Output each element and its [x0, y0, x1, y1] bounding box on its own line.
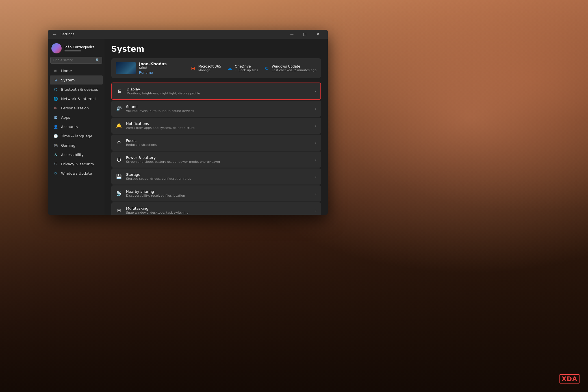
user-name: João Carrasqueira — [64, 45, 95, 49]
storage-title: Storage — [126, 172, 311, 177]
sound-icon: 🔊 — [116, 106, 122, 112]
network-icon: 🌐 — [53, 96, 58, 101]
power-desc: Screen and sleep, battery usage, power m… — [126, 160, 311, 164]
settings-item-power[interactable]: ⏻ Power & battery Screen and sleep, batt… — [111, 151, 321, 168]
bluetooth-icon: ⬡ — [53, 87, 58, 92]
sidebar-item-label-home: Home — [61, 69, 72, 73]
avatar-image — [51, 43, 62, 53]
display-desc: Monitors, brightness, night light, displ… — [127, 92, 311, 95]
sidebar-item-time[interactable]: 🕐 Time & language — [50, 131, 103, 140]
nearby-title: Nearby sharing — [126, 189, 311, 194]
sidebar-item-privacy[interactable]: 🛡 Privacy & security — [50, 159, 103, 168]
notifications-desc: Alerts from apps and system, do not dist… — [126, 126, 311, 130]
notifications-info: Notifications Alerts from apps and syste… — [126, 122, 311, 130]
back-button[interactable]: ← — [51, 31, 58, 38]
time-icon: 🕐 — [53, 133, 58, 138]
notifications-title: Notifications — [126, 122, 311, 126]
sidebar: João Carrasqueira 🔍 ⊞ Home 🖥 System — [48, 39, 105, 215]
display-icon: 🖥 — [116, 88, 123, 94]
sound-title: Sound — [126, 105, 311, 109]
focus-icon: ⊙ — [116, 140, 122, 146]
close-button[interactable]: ✕ — [311, 30, 324, 39]
settings-item-multitasking[interactable]: ⊟ Multitasking Snap windows, desktops, t… — [111, 202, 321, 215]
notifications-arrow-icon: › — [315, 124, 316, 128]
service-winupdate[interactable]: ↻ Windows Update Last checked: 2 minutes… — [264, 64, 316, 72]
device-card: Joao-Khadas Mind Rename ⊞ Microsoft 365 … — [111, 58, 321, 78]
personalization-icon: ✏ — [53, 105, 58, 111]
gaming-icon: 🎮 — [53, 143, 58, 148]
sidebar-item-update[interactable]: ↻ Windows Update — [50, 169, 103, 178]
settings-item-sound[interactable]: 🔊 Sound Volume levels, output, input, so… — [111, 101, 321, 117]
notifications-icon: 🔔 — [116, 123, 122, 129]
nearby-icon: 📡 — [116, 190, 122, 197]
sidebar-item-apps[interactable]: ⊡ Apps — [50, 113, 103, 122]
display-title: Display — [127, 87, 311, 91]
focus-desc: Reduce distractions — [126, 143, 311, 147]
settings-item-display[interactable]: 🖥 Display Monitors, brightness, night li… — [111, 83, 321, 100]
sidebar-item-accessibility[interactable]: ♿ Accessibility — [50, 150, 103, 159]
privacy-icon: 🛡 — [53, 161, 58, 166]
avatar[interactable] — [51, 43, 62, 53]
sidebar-item-home[interactable]: ⊞ Home — [50, 66, 103, 75]
sidebar-item-personalization[interactable]: ✏ Personalization — [50, 103, 103, 112]
user-subtitle-bar — [64, 50, 81, 51]
power-info: Power & battery Screen and sleep, batter… — [126, 155, 311, 164]
apps-icon: ⊡ — [53, 115, 58, 120]
storage-info: Storage Storage space, drives, configura… — [126, 172, 311, 181]
storage-icon: 💾 — [116, 174, 122, 180]
focus-title: Focus — [126, 138, 311, 143]
sidebar-item-label-update: Windows Update — [61, 171, 92, 176]
maximize-button[interactable]: □ — [298, 30, 311, 39]
sidebar-item-label-network: Network & internet — [61, 97, 96, 101]
sidebar-item-label-apps: Apps — [61, 115, 70, 120]
storage-arrow-icon: › — [315, 175, 316, 179]
window-title: Settings — [60, 32, 285, 36]
nav-list: ⊞ Home 🖥 System ⬡ Bluetooth & devices 🌐 … — [48, 66, 105, 178]
search-box[interactable]: 🔍 — [50, 57, 102, 64]
nearby-desc: Discoverability, received files location — [126, 194, 311, 198]
power-arrow-icon: › — [315, 158, 316, 162]
settings-item-focus[interactable]: ⊙ Focus Reduce distractions › — [111, 135, 321, 151]
ms365-desc: Manage — [198, 68, 221, 72]
rename-link[interactable]: Rename — [139, 71, 187, 75]
accessibility-icon: ♿ — [53, 152, 58, 157]
service-onedrive[interactable]: ☁ OneDrive + Back up files — [227, 64, 258, 72]
device-info: Joao-Khadas Mind Rename — [139, 62, 187, 75]
sidebar-item-network[interactable]: 🌐 Network & internet — [50, 94, 103, 103]
minimize-button[interactable]: — — [285, 30, 298, 39]
settings-item-notifications[interactable]: 🔔 Notifications Alerts from apps and sys… — [111, 118, 321, 134]
onedrive-text: OneDrive + Back up files — [235, 64, 258, 72]
user-info: João Carrasqueira — [64, 45, 95, 51]
xda-watermark: XDA — [559, 374, 580, 384]
home-icon: ⊞ — [53, 68, 58, 73]
winupdate-desc: Last checked: 2 minutes ago — [272, 68, 316, 72]
display-info: Display Monitors, brightness, night ligh… — [127, 87, 311, 95]
device-type: Mind — [139, 66, 187, 70]
search-input[interactable] — [53, 58, 96, 62]
sidebar-item-system[interactable]: 🖥 System — [50, 75, 103, 85]
multitasking-info: Multitasking Snap windows, desktops, tas… — [126, 206, 311, 215]
sound-desc: Volume levels, output, input, sound devi… — [126, 109, 311, 113]
focus-info: Focus Reduce distractions — [126, 138, 311, 147]
sidebar-item-bluetooth[interactable]: ⬡ Bluetooth & devices — [50, 85, 103, 94]
settings-item-storage[interactable]: 💾 Storage Storage space, drives, configu… — [111, 168, 321, 185]
page-title: System — [111, 44, 321, 54]
multitasking-title: Multitasking — [126, 206, 311, 211]
onedrive-name: OneDrive — [235, 64, 258, 68]
focus-arrow-icon: › — [315, 141, 316, 145]
sidebar-item-label-accessibility: Accessibility — [61, 153, 84, 157]
service-ms365[interactable]: ⊞ Microsoft 365 Manage — [190, 64, 221, 72]
sidebar-item-label-bluetooth: Bluetooth & devices — [61, 87, 98, 92]
sidebar-item-accounts[interactable]: 👤 Accounts — [50, 122, 103, 131]
multitasking-icon: ⊟ — [116, 207, 122, 214]
winupdate-text: Windows Update Last checked: 2 minutes a… — [272, 64, 316, 72]
winupdate-icon: ↻ — [264, 65, 270, 71]
storage-desc: Storage space, drives, configuration rul… — [126, 177, 311, 181]
device-thumbnail — [116, 62, 136, 74]
sidebar-item-gaming[interactable]: 🎮 Gaming — [50, 141, 103, 150]
settings-item-nearby[interactable]: 📡 Nearby sharing Discoverability, receiv… — [111, 185, 321, 202]
settings-window: ← Settings — □ ✕ João Carrasqueira — [48, 30, 328, 215]
user-section: João Carrasqueira — [48, 41, 105, 57]
ms365-icon: ⊞ — [190, 65, 196, 71]
sidebar-item-label-personalization: Personalization — [61, 106, 89, 110]
